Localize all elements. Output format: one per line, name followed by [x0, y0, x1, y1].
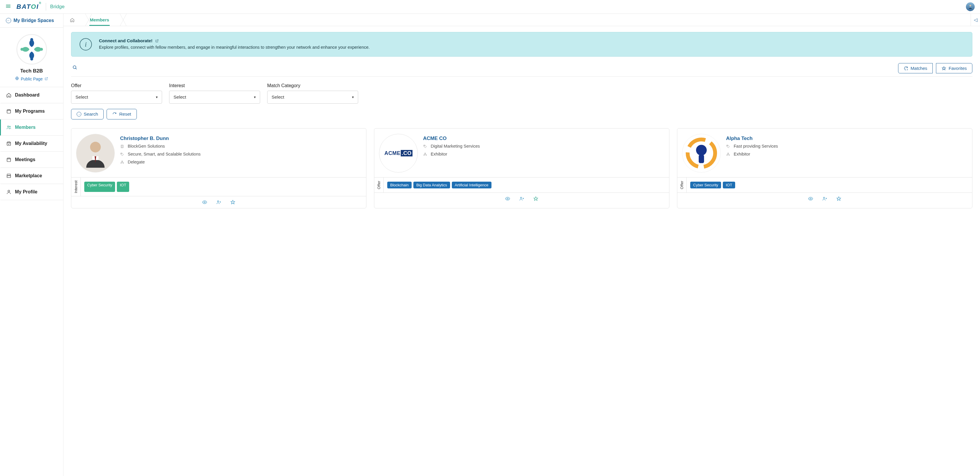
store-icon: [6, 173, 11, 178]
sidebar-item-availability[interactable]: My Availability: [0, 136, 63, 152]
sidebar-item-profile[interactable]: My Profile: [0, 184, 63, 200]
svg-point-30: [426, 155, 426, 155]
home-icon: [6, 92, 11, 98]
interest-select[interactable]: Select ▾: [169, 91, 260, 103]
back-label: My Bridge Spaces: [13, 18, 54, 23]
calendar-icon: [6, 157, 11, 162]
logo[interactable]: BATOI®: [16, 3, 42, 11]
search-icon[interactable]: [71, 63, 79, 73]
svg-point-38: [727, 155, 727, 155]
match-category-select[interactable]: Select ▾: [267, 91, 358, 103]
tag: Cyber Security: [690, 182, 721, 189]
tag: IOT: [117, 182, 129, 192]
chevron-down-icon: ▾: [254, 95, 256, 99]
svg-point-6: [30, 57, 33, 60]
member-name[interactable]: Alpha Tech: [726, 136, 967, 141]
svg-point-37: [728, 153, 729, 154]
breadcrumb-current[interactable]: Members: [85, 14, 116, 26]
svg-point-10: [8, 126, 9, 127]
svg-point-41: [824, 197, 825, 199]
member-card: ACME.CO ACME CO Digital Marketing Servic…: [374, 128, 670, 208]
svg-point-24: [123, 163, 123, 163]
calendar-icon: [6, 109, 11, 114]
sidebar-item-marketplace[interactable]: Marketplace: [0, 168, 63, 184]
hamburger-icon[interactable]: [5, 3, 11, 11]
user-avatar[interactable]: [966, 2, 975, 11]
view-icon[interactable]: [808, 196, 813, 202]
svg-line-16: [76, 68, 76, 69]
sidebar-item-members[interactable]: Members: [0, 119, 63, 136]
svg-point-5: [40, 48, 43, 51]
tag: Big Data Analytics: [414, 182, 450, 189]
sitemap-icon: [423, 152, 428, 157]
svg-point-22: [122, 161, 123, 162]
svg-rect-9: [7, 110, 11, 113]
tag: Cyber Security: [84, 182, 115, 192]
reset-button[interactable]: Reset: [107, 109, 137, 119]
divider: [46, 3, 46, 11]
tag-icon: [726, 144, 731, 149]
sidebar-item-dashboard[interactable]: Dashboard: [0, 87, 63, 103]
favorite-icon[interactable]: [836, 196, 842, 202]
home-icon: [70, 17, 75, 22]
svg-point-36: [727, 146, 728, 146]
svg-point-32: [520, 197, 522, 199]
arrow-right-icon: →: [76, 112, 81, 116]
back-link[interactable]: ← My Bridge Spaces: [0, 14, 63, 28]
tag-type-label: Offer: [374, 178, 384, 192]
search-button[interactable]: → Search: [71, 109, 103, 119]
svg-point-23: [121, 163, 121, 163]
users-icon: [6, 125, 11, 130]
external-link-icon: [45, 77, 48, 81]
tag: Blockchain: [387, 182, 412, 189]
favorite-icon[interactable]: [533, 196, 539, 202]
svg-point-21: [121, 154, 122, 154]
svg-point-4: [30, 38, 33, 41]
svg-point-40: [810, 198, 811, 200]
connect-icon[interactable]: [216, 199, 222, 205]
member-card: Alpha Tech Fast providing Services Exhib…: [677, 128, 972, 208]
collapse-panel-icon[interactable]: ◁: [970, 14, 980, 26]
svg-point-27: [424, 146, 425, 146]
connect-icon[interactable]: [822, 196, 827, 202]
svg-point-14: [8, 190, 10, 192]
svg-rect-20: [121, 145, 123, 148]
app-name[interactable]: Bridge: [50, 4, 65, 10]
sidebar-item-programs[interactable]: My Programs: [0, 103, 63, 119]
view-icon[interactable]: [505, 196, 511, 202]
favorite-icon[interactable]: [230, 199, 236, 205]
arrow-left-icon: ←: [6, 18, 11, 23]
external-link-icon[interactable]: [155, 39, 159, 43]
breadcrumb-home[interactable]: [65, 14, 81, 26]
offer-label: Offer: [71, 83, 162, 88]
favorites-button[interactable]: Favorites: [936, 63, 972, 73]
sidebar-item-meetings[interactable]: Meetings: [0, 152, 63, 168]
puzzle-icon: [904, 66, 908, 71]
svg-point-29: [424, 155, 424, 155]
svg-point-15: [73, 66, 76, 69]
public-page-link[interactable]: Public Page: [15, 76, 48, 81]
tag-type-label: Offer: [677, 178, 687, 192]
member-name[interactable]: Christopher B. Dunn: [120, 136, 361, 141]
member-avatar: [682, 134, 721, 173]
svg-point-28: [425, 153, 425, 154]
org-logo: [16, 34, 47, 65]
svg-point-26: [218, 201, 219, 202]
offer-select[interactable]: Select ▾: [71, 91, 162, 103]
connect-icon[interactable]: [519, 196, 525, 202]
svg-point-34: [696, 145, 707, 155]
user-icon: [6, 189, 11, 195]
svg-point-25: [204, 202, 205, 203]
chevron-down-icon: ▾: [352, 95, 354, 99]
star-icon: [942, 66, 946, 71]
svg-point-7: [20, 48, 23, 51]
match-category-label: Match Category: [267, 83, 358, 88]
info-icon: i: [80, 38, 92, 51]
matches-button[interactable]: Matches: [898, 63, 933, 73]
member-name[interactable]: ACME CO: [423, 136, 664, 141]
tag: Artificial Intelligence: [452, 182, 492, 189]
view-icon[interactable]: [202, 199, 208, 205]
svg-point-11: [10, 126, 11, 127]
svg-rect-35: [699, 155, 704, 163]
banner-desc: Explore profiles, connect with fellow me…: [99, 45, 370, 49]
